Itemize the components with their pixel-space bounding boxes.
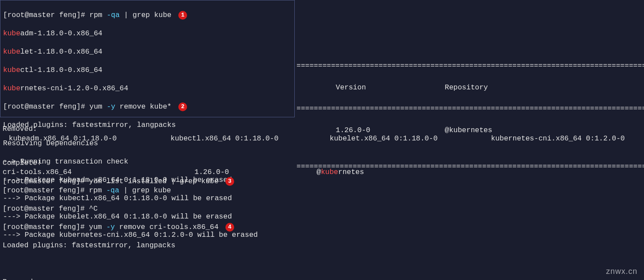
prompt: [root@master feng]# (3, 223, 89, 231)
terminal-line: [root@master feng]# rpm -qa | grep kube (3, 186, 644, 195)
cmd-option: -qa (106, 186, 119, 195)
list-installed-row: cri-tools.x86_641.26.0-0@kubernetes (3, 168, 644, 177)
cmd-text: remove kube* (115, 102, 171, 111)
prompt: [root@master feng]# (3, 102, 89, 111)
cmd-text: ^C (89, 205, 98, 213)
removed-pkg: kubectl.x86_64 0:1.18.0-0 (170, 134, 330, 143)
terminal-line: Loaded plugins: fastestmirror, langpacks (3, 121, 292, 130)
output-text: adm-1.18.0-0.x86_64 (20, 29, 102, 38)
cmd-option: -y (107, 102, 116, 111)
removed-pkg: kubelet.x86_64 0:1.18.0-0 (330, 134, 491, 143)
prompt: [root@master feng]# (3, 11, 89, 19)
highlight-kube: kube (3, 48, 20, 56)
divider-line: ========================================… (296, 104, 644, 113)
removed-label: Removed: (3, 125, 37, 134)
header-version: Version (296, 83, 445, 92)
table-header-row: VersionRepository (296, 80, 644, 95)
cell-repository: @kubernetes (445, 126, 492, 135)
step-badge-1: 1 (178, 11, 187, 20)
terminal-line: kubectl-1.18.0-0.x86_64 (3, 66, 292, 75)
output-text: let-1.18.0-0.x86_64 (20, 48, 102, 56)
header-repository: Repository (445, 83, 488, 92)
terminal-line: [root@master feng]# yum -y remove cri-to… (3, 223, 644, 232)
cmd-option: -qa (107, 11, 120, 19)
cmd-text: rpm (89, 186, 106, 195)
cmd-text: remove cri-tools.x86_64 (115, 223, 218, 231)
pkg-name: cri-tools.x86_64 (3, 168, 194, 177)
at-sign: @ (317, 168, 321, 176)
prompt: [root@master feng]# (3, 186, 89, 195)
terminal-line: kubernetes-cni-1.2.0-0.x86_64 (3, 84, 292, 93)
pkg-version: 1.26.0-0 (194, 168, 317, 177)
highlight-kube: kube (3, 29, 20, 38)
step-badge-4: 4 (225, 223, 234, 232)
cmd-text: yum (89, 102, 107, 111)
terminal-line: kubeadm-1.18.0-0.x86_64 (3, 29, 292, 38)
cell-version: 1.26.0-0 (296, 126, 445, 135)
terminal-line: kubelet-1.18.0-0.x86_64 (3, 48, 292, 57)
terminal-line: [root@master feng]# rpm -qa | grep kube … (3, 11, 292, 20)
removed-pkg: kubeadm.x86_64 0:1.18.0-0 (3, 134, 170, 143)
removed-pkg: kubernetes-cni.x86_64 0:1.2.0-0 (491, 134, 625, 143)
terminal-line: Complete! (3, 159, 644, 168)
output-text: ctl-1.18.0-0.x86_64 (20, 66, 102, 74)
highlight-kube: kube (321, 168, 338, 176)
cmd-text: rpm (89, 11, 107, 19)
terminal-box-1: [root@master feng]# rpm -qa | grep kube … (0, 0, 295, 117)
terminal-line: Loaded plugins: fastestmirror, langpacks (3, 241, 644, 250)
cmd-option: -y (106, 223, 115, 231)
watermark-text: znwx.cn (606, 266, 637, 277)
repo-rest: rnetes (338, 168, 364, 176)
terminal-line: [root@master feng]# yum -y remove kube* … (3, 102, 292, 112)
terminal-line: [root@master feng]# ^C (3, 205, 644, 214)
removed-label: Removed: (3, 278, 644, 280)
highlight-kube: kube (3, 66, 20, 74)
step-badge-2: 2 (178, 102, 187, 111)
pkg-repo: @kubernetes (317, 168, 364, 177)
divider-line: ========================================… (296, 61, 644, 71)
highlight-kube: kube (3, 84, 20, 92)
spacer (3, 260, 644, 269)
cmd-text: yum (89, 223, 106, 231)
prompt: [root@master feng]# (3, 205, 89, 213)
cmd-text: | grep kube (119, 11, 171, 19)
removed-packages-row: kubeadm.x86_64 0:1.18.0-0kubectl.x86_64 … (3, 134, 644, 143)
output-text: rnetes-cni-1.2.0-0.x86_64 (20, 84, 129, 92)
cmd-text: | grep kube (119, 186, 171, 195)
terminal-lower-2: [root@master feng]# rpm -qa | grep kube … (3, 177, 644, 280)
